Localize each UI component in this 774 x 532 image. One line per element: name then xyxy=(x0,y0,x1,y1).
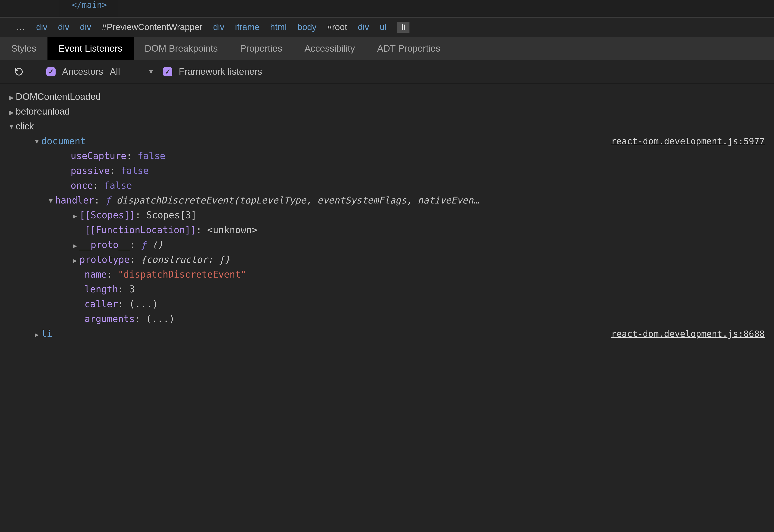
listener-target-li[interactable]: ▶ li react-dom.development.js:8688 xyxy=(7,326,765,341)
source-line: </main> xyxy=(0,0,774,17)
disclosure-triangle-icon[interactable]: ▼ xyxy=(32,136,41,147)
prop-prototype[interactable]: ▶prototype: {constructor: ƒ} xyxy=(7,252,765,267)
ancestors-label: Ancestors xyxy=(62,66,103,77)
event-listeners-tree: ▶ DOMContentLoaded ▶ beforeunload ▼ clic… xyxy=(0,84,774,347)
prop-scopes[interactable]: ▶[[Scopes]]: Scopes[3] xyxy=(7,208,765,222)
disclosure-triangle-icon[interactable]: ▶ xyxy=(32,330,41,340)
breadcrumb-item-current[interactable]: li xyxy=(397,22,410,33)
prop-value: <unknown> xyxy=(207,222,257,237)
prop-value: "dispatchDiscreteEvent" xyxy=(118,267,246,282)
prop-value: false xyxy=(121,163,149,178)
listener-target: li xyxy=(41,326,52,341)
prop-value: {constructor: ƒ} xyxy=(141,252,230,267)
prop-arguments[interactable]: arguments: (...) xyxy=(7,311,765,326)
handler-signature: dispatchDiscreteEvent(topLevelType, even… xyxy=(116,193,479,208)
listener-target-document[interactable]: ▼ document react-dom.development.js:5977 xyxy=(7,134,765,148)
breadcrumb-overflow[interactable]: … xyxy=(16,22,25,32)
tab-label: Event Listeners xyxy=(59,43,122,54)
prop-name[interactable]: name: "dispatchDiscreteEvent" xyxy=(7,267,765,282)
event-row-beforeunload[interactable]: ▶ beforeunload xyxy=(7,104,765,119)
prop-key: once xyxy=(71,178,93,193)
disclosure-triangle-icon[interactable]: ▼ xyxy=(46,196,55,206)
prop-key: [[FunctionLocation]] xyxy=(84,222,196,237)
breadcrumb: … div div div #PreviewContentWrapper div… xyxy=(0,18,774,37)
listener-target: document xyxy=(41,134,86,148)
disclosure-triangle-icon[interactable]: ▶ xyxy=(71,241,79,251)
prop-key: length xyxy=(84,282,118,297)
event-name: beforeunload xyxy=(16,104,70,119)
sidebar-tabs: Styles Event Listeners DOM Breakpoints P… xyxy=(0,37,774,60)
listener-filter-select[interactable]: All ▼ xyxy=(110,66,156,77)
prop-length[interactable]: length: 3 xyxy=(7,282,765,297)
breadcrumb-item[interactable]: div xyxy=(58,22,69,32)
prop-value: 3 xyxy=(129,282,135,297)
prop-value: false xyxy=(104,178,132,193)
function-glyph: ƒ xyxy=(105,193,116,208)
breadcrumb-item[interactable]: div xyxy=(358,22,369,32)
prop-handler[interactable]: ▼ handler: ƒ dispatchDiscreteEvent(topLe… xyxy=(7,193,765,208)
event-row-click[interactable]: ▼ click xyxy=(7,119,765,134)
tab-accessibility[interactable]: Accessibility xyxy=(293,37,366,60)
source-closing-tag: </main> xyxy=(72,0,107,9)
breadcrumb-item[interactable]: div xyxy=(36,22,47,32)
breadcrumb-item[interactable]: html xyxy=(270,22,287,32)
source-link[interactable]: react-dom.development.js:5977 xyxy=(611,134,765,148)
disclosure-triangle-icon[interactable]: ▶ xyxy=(71,211,79,222)
prop-key: [[Scopes]] xyxy=(79,208,135,222)
prop-key: useCapture xyxy=(71,148,126,163)
disclosure-triangle-icon[interactable]: ▶ xyxy=(7,107,16,118)
prop-proto[interactable]: ▶__proto__: ƒ () xyxy=(7,237,765,252)
tab-properties[interactable]: Properties xyxy=(229,37,293,60)
prop-functionlocation[interactable]: [[FunctionLocation]]: <unknown> xyxy=(7,222,765,237)
disclosure-triangle-icon[interactable]: ▶ xyxy=(7,93,16,103)
event-name: click xyxy=(16,119,34,134)
tab-label: DOM Breakpoints xyxy=(145,43,218,54)
event-name: DOMContentLoaded xyxy=(16,89,101,104)
breadcrumb-item[interactable]: #root xyxy=(327,22,347,32)
disclosure-triangle-icon[interactable]: ▼ xyxy=(7,122,16,132)
prop-once[interactable]: once: false xyxy=(7,178,765,193)
prop-key: arguments xyxy=(84,311,135,326)
tab-styles[interactable]: Styles xyxy=(0,37,47,60)
ancestors-checkbox[interactable]: ✓ xyxy=(46,67,56,76)
function-glyph: ƒ xyxy=(141,237,152,252)
source-link[interactable]: react-dom.development.js:8688 xyxy=(611,327,765,341)
event-row-domcontentloaded[interactable]: ▶ DOMContentLoaded xyxy=(7,89,765,104)
breadcrumb-item[interactable]: div xyxy=(80,22,91,32)
prop-key: __proto__ xyxy=(79,237,130,252)
prop-value: () xyxy=(152,237,163,252)
refresh-button[interactable] xyxy=(14,67,24,77)
tab-label: Accessibility xyxy=(304,43,355,54)
prop-key: passive xyxy=(71,163,110,178)
breadcrumb-item[interactable]: div xyxy=(213,22,224,32)
tab-event-listeners[interactable]: Event Listeners xyxy=(47,37,134,60)
prop-passive[interactable]: passive: false xyxy=(7,163,765,178)
tab-label: ADT Properties xyxy=(377,43,440,54)
refresh-icon xyxy=(15,67,23,76)
tab-adt-properties[interactable]: ADT Properties xyxy=(366,37,452,60)
select-value: All xyxy=(110,66,120,77)
breadcrumb-item[interactable]: iframe xyxy=(235,22,260,32)
breadcrumb-item[interactable]: ul xyxy=(380,22,387,32)
tab-label: Properties xyxy=(240,43,282,54)
prop-value[interactable]: (...) xyxy=(129,297,158,311)
prop-key: name xyxy=(84,267,107,282)
disclosure-triangle-icon[interactable]: ▶ xyxy=(71,256,79,266)
prop-value: false xyxy=(138,148,165,163)
prop-value: Scopes[3] xyxy=(146,208,197,222)
framework-listeners-label: Framework listeners xyxy=(179,66,262,77)
chevron-down-icon: ▼ xyxy=(148,68,154,75)
prop-caller[interactable]: caller: (...) xyxy=(7,297,765,311)
event-listeners-toolbar: ✓ Ancestors All ▼ ✓ Framework listeners xyxy=(0,60,774,84)
breadcrumb-item[interactable]: #PreviewContentWrapper xyxy=(102,22,202,32)
breadcrumb-item[interactable]: body xyxy=(297,22,316,32)
prop-key: caller xyxy=(84,297,118,311)
prop-usecapture[interactable]: useCapture: false xyxy=(7,148,765,163)
framework-listeners-checkbox[interactable]: ✓ xyxy=(163,67,172,76)
prop-value[interactable]: (...) xyxy=(146,311,175,326)
prop-key: prototype xyxy=(79,252,130,267)
tab-dom-breakpoints[interactable]: DOM Breakpoints xyxy=(134,37,229,60)
tab-label: Styles xyxy=(11,43,36,54)
prop-key: handler xyxy=(55,193,94,208)
